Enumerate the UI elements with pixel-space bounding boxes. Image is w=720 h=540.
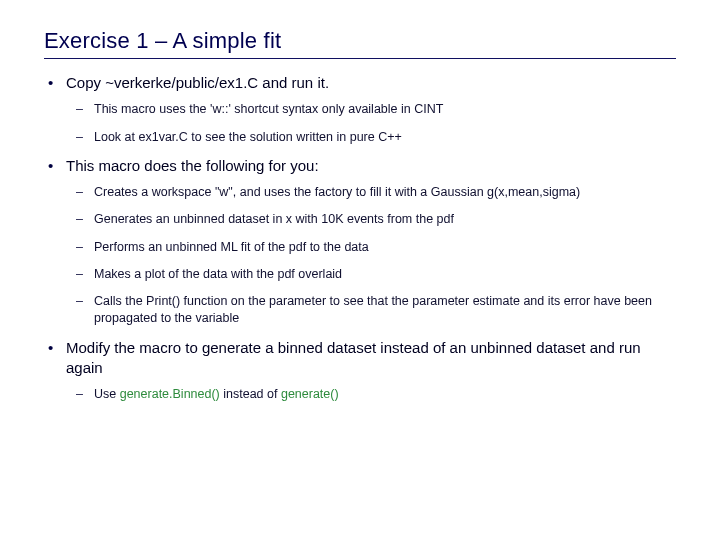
sub-shortcut-syntax: This macro uses the 'w::' shortcut synta… — [66, 101, 676, 118]
bullet-text: Modify the macro to generate a binned da… — [66, 339, 641, 376]
sub-prefix: Use — [94, 387, 120, 401]
sublist: Creates a workspace "w", and uses the fa… — [66, 184, 676, 328]
bullet-text: This macro does the following for you: — [66, 157, 319, 174]
sub-use-generate-binned: Use generate.Binned() instead of generat… — [66, 386, 676, 403]
sub-creates-workspace: Creates a workspace "w", and uses the fa… — [66, 184, 676, 201]
bullet-text: Copy ~verkerke/public/ex1.C and run it. — [66, 74, 329, 91]
slide-title: Exercise 1 – A simple fit — [44, 28, 676, 54]
code-generate: generate() — [281, 387, 339, 401]
slide: Exercise 1 – A simple fit Copy ~verkerke… — [0, 0, 720, 433]
sub-makes-plot: Makes a plot of the data with the pdf ov… — [66, 266, 676, 283]
sublist: This macro uses the 'w::' shortcut synta… — [66, 101, 676, 146]
bullet-list: Copy ~verkerke/public/ex1.C and run it. … — [44, 73, 676, 403]
bullet-copy-run: Copy ~verkerke/public/ex1.C and run it. … — [44, 73, 676, 146]
sub-mid: instead of — [220, 387, 281, 401]
title-underline — [44, 58, 676, 59]
code-generate-binned: generate.Binned() — [120, 387, 220, 401]
bullet-modify-macro: Modify the macro to generate a binned da… — [44, 338, 676, 404]
sub-performs-fit: Performs an unbinned ML fit of the pdf t… — [66, 239, 676, 256]
sub-generates-dataset: Generates an unbinned dataset in x with … — [66, 211, 676, 228]
sub-calls-print: Calls the Print() function on the parame… — [66, 293, 676, 328]
bullet-macro-does: This macro does the following for you: C… — [44, 156, 676, 328]
sublist: Use generate.Binned() instead of generat… — [66, 386, 676, 403]
sub-ex1var: Look at ex1var.C to see the solution wri… — [66, 129, 676, 146]
